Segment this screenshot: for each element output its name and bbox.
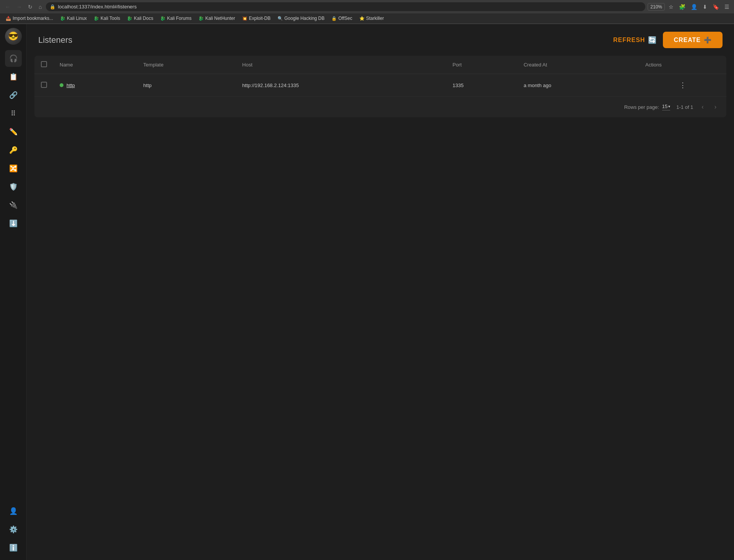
header-created-at: Created At (518, 56, 639, 74)
table-body: http http http://192.168.2.124:1335 1335… (34, 74, 726, 97)
settings-icon: ⚙️ (9, 525, 18, 534)
sidebar-item-shield[interactable]: 🛡️ (5, 178, 22, 195)
bookmark-label: Kali Docs (134, 16, 153, 21)
row-host-cell: http://192.168.2.124:1335 (236, 74, 447, 97)
header-actions: REFRESH 🔄 CREATE ➕ (613, 32, 723, 48)
row-template-cell: http (137, 74, 236, 97)
bookmark-item[interactable]: 🐉Kali Tools (91, 15, 123, 22)
bookmark-item[interactable]: 🐉Kali Linux (57, 15, 89, 22)
app-layout: 😎 🎧 📋 🔗 ⠿ ✏️ 🔑 🔀 🛡️ 🔌 ⬇️ (0, 24, 734, 560)
bookmark-item[interactable]: 🐉Kali NetHunter (196, 15, 238, 22)
refresh-button[interactable]: REFRESH 🔄 (613, 36, 657, 44)
sidebar-item-downloads[interactable]: ⬇️ (5, 215, 22, 232)
rows-per-page: Rows per page: 15 ▾ (624, 104, 671, 110)
bookmark-item[interactable]: 💥Exploit-DB (239, 15, 273, 22)
grid-icon: ⠿ (11, 109, 16, 118)
table-container: Name Template Host Port Created At Actio… (34, 56, 726, 117)
address-bar-wrapper: 🔒 (46, 2, 645, 11)
zoom-badge: 210% (648, 3, 665, 11)
create-label: CREATE (674, 37, 701, 44)
shield-icon: 🛡️ (9, 183, 18, 191)
avatar-image: 😎 (5, 28, 22, 45)
browser-chrome: ← → ↻ ⌂ 🔒 210% ☆ 🧩 👤 ⬇ 🔖 ☰ 📥Import bookm… (0, 0, 734, 24)
sidebar-item-shuffle[interactable]: 🔀 (5, 160, 22, 177)
link-icon: 🔗 (9, 91, 18, 99)
next-page-button[interactable]: › (712, 102, 719, 112)
header-template: Template (137, 56, 236, 74)
chevron-down-icon: ▾ (668, 104, 670, 108)
download-icon[interactable]: ⬇ (701, 3, 709, 11)
menu-icon[interactable]: ☰ (723, 3, 731, 11)
row-checkbox-cell (34, 74, 54, 97)
row-port-cell: 1335 (447, 74, 518, 97)
plus-icon: ➕ (704, 36, 712, 44)
home-button[interactable]: ⌂ (37, 3, 44, 11)
forward-button[interactable]: → (15, 3, 24, 11)
header-actions: Actions (639, 56, 726, 74)
bookmark-label: Starkiller (366, 16, 384, 21)
address-bar[interactable] (58, 4, 641, 10)
bookmark-label: Kali NetHunter (205, 16, 235, 21)
per-page-value: 15 (662, 104, 667, 109)
profile-icon[interactable]: 👤 (689, 3, 699, 11)
refresh-icon: 🔄 (648, 36, 657, 44)
sidebar-item-user[interactable]: 👤 (5, 503, 22, 520)
info-icon: ℹ️ (9, 544, 18, 552)
page-info: 1-1 of 1 (676, 104, 693, 110)
sidebar-item-listeners[interactable]: 🎧 (5, 50, 22, 67)
prev-page-button[interactable]: ‹ (699, 102, 706, 112)
back-button[interactable]: ← (3, 3, 12, 11)
key-icon: 🔑 (9, 146, 18, 154)
bookmark-label: OffSec (338, 16, 352, 21)
sidebar: 😎 🎧 📋 🔗 ⠿ ✏️ 🔑 🔀 🛡️ 🔌 ⬇️ (0, 24, 27, 560)
shuffle-icon: 🔀 (9, 164, 18, 173)
bookmark-favicon: 🐉 (160, 16, 166, 21)
row-actions-button[interactable]: ⋮ (676, 79, 689, 91)
table-row: http http http://192.168.2.124:1335 1335… (34, 74, 726, 97)
header-checkbox[interactable] (41, 61, 47, 67)
bookmark-favicon: 🐉 (198, 16, 204, 21)
security-icon: 🔒 (50, 4, 55, 10)
header-checkbox-col (34, 56, 54, 74)
bookmark-item[interactable]: 🔒OffSec (329, 15, 355, 22)
sidebar-item-stagers[interactable]: 📋 (5, 68, 22, 85)
bookmark-favicon: 🐉 (94, 16, 99, 21)
bookmark-item[interactable]: 📥Import bookmarks... (3, 15, 56, 22)
header-port: Port (447, 56, 518, 74)
star-icon[interactable]: ☆ (667, 3, 675, 11)
avatar[interactable]: 😎 (5, 28, 22, 45)
bookmark-favicon: 📥 (6, 16, 11, 21)
sidebar-item-editor[interactable]: ✏️ (5, 123, 22, 140)
sidebar-item-credentials[interactable]: 🔑 (5, 142, 22, 159)
sidebar-item-links[interactable]: 🔗 (5, 87, 22, 104)
bookmark-item[interactable]: 🐉Kali Forums (158, 15, 194, 22)
bookmark-label: Kali Linux (67, 16, 87, 21)
sidebar-item-info[interactable]: ℹ️ (5, 539, 22, 556)
bookmark-icon[interactable]: 🔖 (711, 3, 721, 11)
main-content: Listeners REFRESH 🔄 CREATE ➕ (27, 24, 734, 560)
bookmark-label: Kali Tools (101, 16, 120, 21)
browser-toolbar: ← → ↻ ⌂ 🔒 210% ☆ 🧩 👤 ⬇ 🔖 ☰ (0, 0, 734, 13)
create-button[interactable]: CREATE ➕ (663, 32, 723, 48)
bookmark-favicon: 💥 (242, 16, 247, 21)
rows-per-page-label: Rows per page: (624, 104, 659, 110)
bookmark-item[interactable]: ⭐Starkiller (357, 15, 387, 22)
sidebar-item-settings[interactable]: ⚙️ (5, 521, 22, 538)
bookmark-item[interactable]: 🔍Google Hacking DB (275, 15, 327, 22)
row-checkbox[interactable] (41, 82, 47, 88)
reload-button[interactable]: ↻ (26, 3, 34, 11)
user-icon: 👤 (9, 507, 18, 515)
browser-icons: 🧩 👤 ⬇ 🔖 ☰ (677, 3, 731, 11)
data-table: Name Template Host Port Created At Actio… (34, 56, 726, 97)
bookmark-item[interactable]: 🐉Kali Docs (124, 15, 156, 22)
pagination-row: Rows per page: 15 ▾ 1-1 of 1 ‹ › (34, 97, 726, 117)
plugin-icon: 🔌 (9, 201, 18, 209)
pencil-icon: ✏️ (9, 128, 18, 136)
sidebar-item-plugins[interactable]: 🔌 (5, 197, 22, 214)
listener-name-link[interactable]: http (67, 83, 75, 88)
per-page-wrapper[interactable]: 15 ▾ (662, 104, 670, 110)
bookmark-label: Kali Forums (167, 16, 192, 21)
bookmarks-bar: 📥Import bookmarks...🐉Kali Linux🐉Kali Too… (0, 13, 734, 24)
extensions-icon[interactable]: 🧩 (677, 3, 687, 11)
sidebar-item-modules[interactable]: ⠿ (5, 105, 22, 122)
